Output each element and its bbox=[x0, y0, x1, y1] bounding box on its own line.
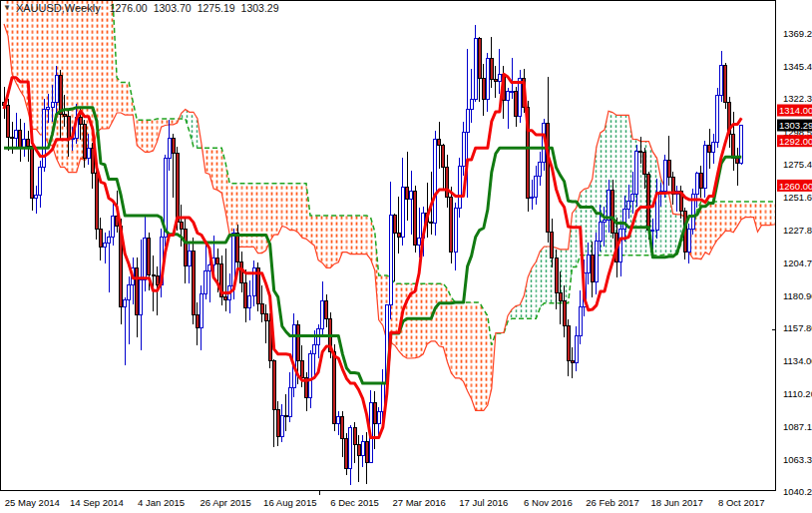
candle-bear bbox=[256, 262, 259, 311]
x-axis-label: 26 Apr 2015 bbox=[201, 497, 251, 508]
chart-window: 1369.201345.401322.301298.501275.401251.… bbox=[0, 0, 812, 513]
y-axis-label: 1251.60 bbox=[783, 192, 812, 203]
y-axis-label: 1087.10 bbox=[783, 421, 812, 432]
candle-bull bbox=[292, 313, 295, 397]
candle-bull bbox=[43, 99, 46, 172]
y-axis-label: 1345.40 bbox=[783, 61, 812, 72]
y-axis-label: 1369.20 bbox=[783, 28, 812, 39]
price-level-badge: 1260.00 bbox=[777, 180, 812, 192]
x-axis-label: 27 Mar 2016 bbox=[392, 497, 445, 508]
ohlc-open-value: 1276.00 bbox=[110, 2, 148, 14]
svg-text:1292.00: 1292.00 bbox=[779, 136, 812, 147]
price-level-badge: 1292.00 bbox=[777, 135, 812, 147]
y-axis-label: 1040.20 bbox=[783, 486, 812, 497]
y-axis-label: 1227.80 bbox=[783, 225, 812, 236]
candle-bear bbox=[414, 186, 417, 253]
x-axis-label: 26 Feb 2017 bbox=[586, 497, 638, 508]
symbol-timeframe-label: XAUUSD,Weekly bbox=[16, 2, 101, 14]
y-axis-label: 1063.30 bbox=[783, 454, 812, 465]
x-axis-label: 18 Jun 2017 bbox=[651, 497, 703, 508]
x-axis-label: 6 Dec 2015 bbox=[330, 497, 379, 508]
ohlc-high-value: 1303.70 bbox=[154, 2, 192, 14]
candle-bull bbox=[519, 70, 522, 123]
x-axis-label: 16 Aug 2015 bbox=[263, 497, 316, 508]
y-axis-label: 1157.80 bbox=[783, 322, 812, 333]
y-axis-label: 1204.70 bbox=[783, 257, 812, 268]
x-axis-label: 6 Nov 2016 bbox=[524, 497, 573, 508]
svg-text:1314.00: 1314.00 bbox=[779, 105, 812, 116]
x-axis-label: 14 Sep 2014 bbox=[70, 497, 124, 508]
svg-text:1303.29: 1303.29 bbox=[779, 120, 812, 131]
x-axis-label: 25 May 2014 bbox=[5, 497, 60, 508]
price-level-badge: 1314.00 bbox=[777, 105, 812, 117]
candle-bull bbox=[716, 88, 719, 148]
price-chart-canvas[interactable]: 1369.201345.401322.301298.501275.401251.… bbox=[0, 0, 812, 513]
candle-bull bbox=[691, 189, 694, 235]
candle-bull bbox=[434, 131, 437, 236]
y-axis-label: 1275.40 bbox=[783, 159, 812, 170]
y-axis-label: 1322.30 bbox=[783, 93, 812, 104]
x-axis-label: 4 Jan 2015 bbox=[138, 497, 185, 508]
y-axis-label: 1110.20 bbox=[783, 388, 812, 399]
symbol-dropdown-icon[interactable]: ▼ bbox=[3, 4, 11, 12]
candle-bear bbox=[724, 63, 727, 109]
ohlc-low-value: 1275.19 bbox=[198, 2, 235, 14]
candle-bear bbox=[450, 187, 453, 263]
current-price-badge: 1303.29 bbox=[777, 120, 812, 132]
svg-text:1260.00: 1260.00 bbox=[779, 181, 812, 192]
y-axis-label: 1180.90 bbox=[783, 290, 812, 301]
y-axis-label: 1134.00 bbox=[783, 355, 812, 366]
chart-title: ▼ XAUUSD,Weekly 1276.00 1303.70 1275.19 … bbox=[3, 2, 285, 14]
x-axis-label: 8 Oct 2017 bbox=[718, 497, 764, 508]
ohlc-close-value: 1303.29 bbox=[241, 2, 279, 14]
x-axis-label: 17 Jul 2016 bbox=[459, 497, 508, 508]
